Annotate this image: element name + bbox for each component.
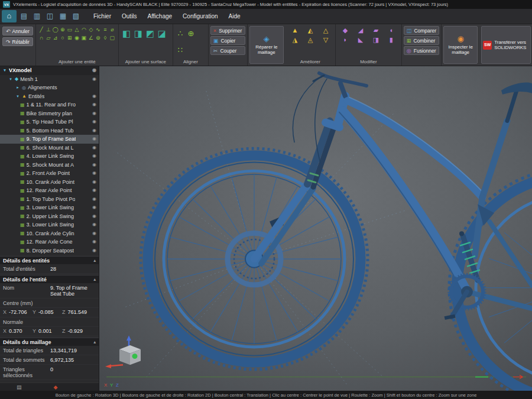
add-entity-icon[interactable]: ◉ <box>73 34 80 42</box>
tree-item-entity[interactable]: ▦ 1 & 11. Rear and Fro ◉ <box>0 100 99 109</box>
improve-icon[interactable]: ▲ <box>287 25 303 35</box>
menu-item[interactable]: Outils <box>116 11 142 22</box>
modify-icon[interactable]: ◗ <box>338 35 353 44</box>
repair-mesh-button[interactable]: ◈ Réparer le maillage <box>249 26 284 64</box>
scene-canvas[interactable]: X Y Z <box>99 66 532 391</box>
tree-item-entity[interactable]: ▦ 10. Crank Axle Cylin ◉ <box>0 229 99 238</box>
add-entity-icon[interactable]: ∩ <box>38 34 45 42</box>
menu-item[interactable]: Affichage <box>142 11 178 22</box>
tree-item-entity[interactable]: ▦ 4. Lower Link Swing ◉ <box>0 152 99 161</box>
caret-right-icon[interactable]: ▸ <box>15 85 20 90</box>
improve-icon[interactable]: ◭ <box>303 25 318 35</box>
tree-item-entity[interactable]: ▦ 5. Bottom Head Tub ◉ <box>0 126 99 135</box>
menu-item[interactable]: Aide <box>223 11 246 22</box>
visibility-eye-icon[interactable]: ◉ <box>92 222 96 227</box>
modify-icon[interactable]: ◨ <box>368 35 384 44</box>
visibility-eye-icon[interactable]: ◉ <box>92 197 96 202</box>
improve-icon[interactable]: ▽ <box>318 35 333 44</box>
marker-icon[interactable]: ◆ <box>54 384 58 390</box>
improve-icon[interactable]: △ <box>318 25 333 35</box>
visibility-eye-icon[interactable]: ◉ <box>92 145 96 150</box>
redo-button[interactable]: ↷ Rétablir <box>2 37 33 46</box>
add-entity-icon[interactable]: ≡ <box>102 25 109 34</box>
home-icon[interactable]: ⌂ <box>2 10 17 22</box>
add-entity-icon[interactable]: ⊚ <box>95 34 102 42</box>
add-entity-icon[interactable]: ▱ <box>45 34 52 42</box>
copy-button[interactable]: ▣ Copier <box>210 36 245 45</box>
inspect-mesh-button[interactable]: ◉ Inspecter le maillage <box>443 26 478 64</box>
visibility-eye-icon[interactable]: ◉ <box>92 128 96 133</box>
entity-details-header[interactable]: Détails de l'entité ▴ <box>0 275 99 283</box>
add-entity-icon[interactable]: ╱ <box>38 25 45 34</box>
tree-item-entity[interactable]: ▦ 3. Lower Link Swing ◉ <box>0 203 99 212</box>
menu-item[interactable]: Fichier <box>88 11 116 22</box>
add-entity-icon[interactable]: ◠ <box>80 25 87 34</box>
delete-button[interactable]: × Supprimer <box>210 26 245 35</box>
add-entity-icon[interactable]: ▢ <box>109 34 116 42</box>
tree-item-vxmodel[interactable]: ▾ VXmodel ◉ <box>0 66 99 75</box>
mesh-details-header[interactable]: Détails du maillage ▴ <box>0 338 99 346</box>
add-entity-icon[interactable]: ⊥ <box>45 25 52 34</box>
visibility-eye-icon[interactable]: ◉ <box>92 163 96 167</box>
visibility-eye-icon[interactable]: ◉ <box>92 111 96 116</box>
tree-item-entity[interactable]: ▦ 12. Rear Axle Point ◉ <box>0 186 99 195</box>
add-entity-icon[interactable]: ⊕ <box>59 25 66 34</box>
list-view-icon[interactable]: ▤ <box>17 384 22 390</box>
visibility-eye-icon[interactable]: ◉ <box>92 214 96 219</box>
add-entity-icon[interactable]: ▣ <box>80 34 87 42</box>
visibility-eye-icon[interactable]: ◉ <box>92 231 96 236</box>
combine-button[interactable]: ⊞ Combiner <box>404 36 439 45</box>
modify-icon[interactable]: ◆ <box>338 25 353 35</box>
collapse-icon[interactable]: ▴ <box>93 258 96 263</box>
undo-button[interactable]: ↶ Annuler <box>2 27 33 35</box>
caret-down-icon[interactable]: ▾ <box>2 68 7 73</box>
add-surface-icon[interactable]: ◧ <box>121 25 132 42</box>
tree-item-entity[interactable]: ▦ 1. Top Tube Pivot Po ◉ <box>0 195 99 204</box>
visibility-eye-icon[interactable]: ◉ <box>92 77 96 82</box>
menu-item[interactable]: Configuration <box>177 11 223 22</box>
visibility-eye-icon[interactable]: ◉ <box>92 154 96 158</box>
modify-icon[interactable]: ◣ <box>353 35 368 44</box>
align-icon[interactable]: ∷ <box>175 42 186 59</box>
quick-icon[interactable]: ◫ <box>44 10 56 22</box>
tree-item-entity[interactable]: ▦ 12. Rear Axle Cone ◉ <box>0 238 99 246</box>
merge-button[interactable]: ◎ Fusionner <box>404 46 439 55</box>
caret-down-icon[interactable]: ▾ <box>8 77 13 82</box>
improve-icon[interactable]: ◮ <box>287 35 303 44</box>
visibility-eye-icon[interactable]: ◉ <box>92 171 96 176</box>
tree-item-alignments[interactable]: ▸ ◎ Alignements <box>0 83 99 92</box>
add-entity-icon[interactable]: ▭ <box>66 25 73 34</box>
modify-icon[interactable]: ▰ <box>368 25 384 35</box>
add-entity-icon[interactable]: ⊞ <box>66 34 73 42</box>
quick-icon[interactable]: ▤ <box>18 10 30 22</box>
visibility-eye-icon[interactable]: ◉ <box>92 188 96 193</box>
visibility-eye-icon[interactable]: ◉ <box>92 119 96 124</box>
visibility-eye-icon[interactable]: ◉ <box>92 68 96 73</box>
tree-item-entity[interactable]: ▦ 8. Dropper Seatpost ◉ <box>0 246 99 255</box>
tree-item-entity[interactable]: ▦ 2. Upper Link Swing ◉ <box>0 212 99 221</box>
add-entity-icon[interactable]: ∿ <box>95 25 102 34</box>
compare-button[interactable]: ◫ Comparer <box>404 26 439 35</box>
align-icon[interactable]: ∴ <box>175 25 186 42</box>
viewport-3d[interactable]: X Y Z <box>99 66 532 391</box>
tree-item-entity[interactable]: ▦ 10. Crank Axle Point ◉ <box>0 178 99 187</box>
add-entity-icon[interactable]: ◊ <box>102 34 109 42</box>
entities-details-header[interactable]: Détails des entités ▴ <box>0 256 99 264</box>
add-entity-icon[interactable]: ∠ <box>87 34 95 42</box>
add-entity-icon[interactable]: △ <box>73 25 80 34</box>
quick-icon[interactable]: ▥ <box>31 10 43 22</box>
add-surface-icon[interactable]: ◩ <box>144 25 156 42</box>
align-icon[interactable]: ⊕ <box>186 25 196 42</box>
transfer-solidworks-button[interactable]: SW Transférer vers SOLIDWORKS <box>481 26 531 64</box>
tree-item-entity[interactable]: ▦ Bike Simmetry plan ◉ <box>0 109 99 118</box>
tree-item-entity[interactable]: ▦ 5. Tip Head Tube Pl ◉ <box>0 118 99 126</box>
add-entity-icon[interactable]: ◯ <box>52 25 59 34</box>
tree-item-mesh[interactable]: ▾ ◆ Mesh 1 ◉ <box>0 75 99 84</box>
tree-item-entities[interactable]: ▾ ▲ Entités ◉ <box>0 92 99 101</box>
improve-icon[interactable]: ◬ <box>303 35 318 44</box>
visibility-eye-icon[interactable]: ◉ <box>92 205 96 210</box>
add-entity-icon[interactable]: ⊿ <box>52 34 59 42</box>
tree-item-entity[interactable]: ▦ 5. Shock Mount at A ◉ <box>0 161 99 170</box>
cut-button[interactable]: ✂ Couper <box>210 46 245 55</box>
visibility-eye-icon[interactable]: ◉ <box>92 239 96 244</box>
